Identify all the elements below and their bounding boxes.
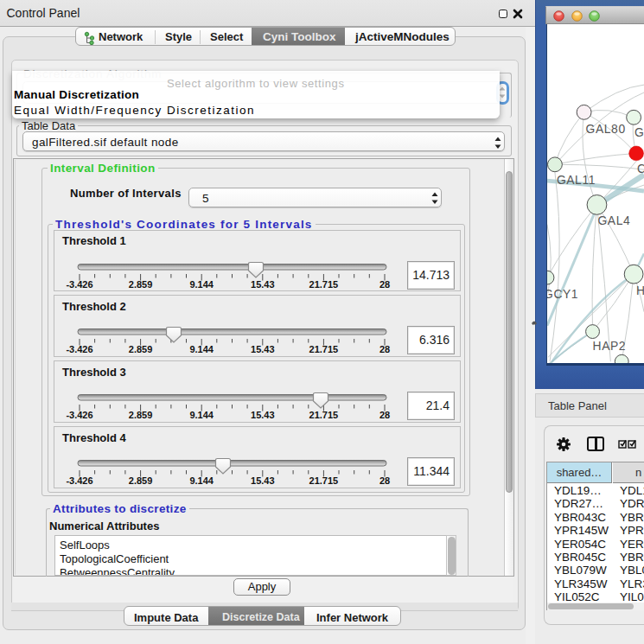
svg-text:28: 28 bbox=[379, 344, 390, 354]
svg-text:15.43: 15.43 bbox=[251, 344, 275, 354]
svg-text:21.715: 21.715 bbox=[309, 279, 339, 290]
svg-text:-3.426: -3.426 bbox=[66, 475, 92, 486]
svg-text:9.144: 9.144 bbox=[189, 344, 214, 354]
svg-text:2.859: 2.859 bbox=[129, 410, 153, 420]
svg-text:-3.426: -3.426 bbox=[66, 279, 92, 290]
svg-text:15.43: 15.43 bbox=[251, 410, 275, 420]
svg-text:21.715: 21.715 bbox=[309, 410, 339, 420]
svg-text:GCY1: GCY1 bbox=[546, 287, 578, 301]
svg-text:28: 28 bbox=[379, 475, 390, 486]
svg-text:28: 28 bbox=[379, 279, 390, 290]
svg-text:15.43: 15.43 bbox=[251, 279, 275, 290]
svg-text:GAL11: GAL11 bbox=[557, 173, 596, 187]
svg-text:GA: GA bbox=[634, 125, 644, 139]
svg-text:9.144: 9.144 bbox=[189, 279, 214, 290]
svg-text:H: H bbox=[636, 284, 644, 297]
svg-text:15.43: 15.43 bbox=[251, 475, 275, 486]
svg-text:2.859: 2.859 bbox=[129, 344, 153, 354]
svg-text:GAL80: GAL80 bbox=[586, 122, 626, 136]
svg-text:21.715: 21.715 bbox=[309, 344, 339, 354]
svg-text:9.144: 9.144 bbox=[189, 475, 214, 486]
svg-text:28: 28 bbox=[379, 410, 390, 420]
svg-text:-3.426: -3.426 bbox=[66, 344, 92, 354]
svg-text:2.859: 2.859 bbox=[129, 475, 153, 486]
svg-text:2.859: 2.859 bbox=[129, 279, 153, 290]
svg-text:C: C bbox=[637, 162, 644, 175]
svg-text:HAP2: HAP2 bbox=[593, 339, 627, 353]
svg-text:9.144: 9.144 bbox=[189, 410, 214, 420]
svg-text:21.715: 21.715 bbox=[309, 475, 339, 486]
svg-text:-3.426: -3.426 bbox=[66, 410, 92, 420]
svg-text:GAL4: GAL4 bbox=[597, 214, 630, 227]
